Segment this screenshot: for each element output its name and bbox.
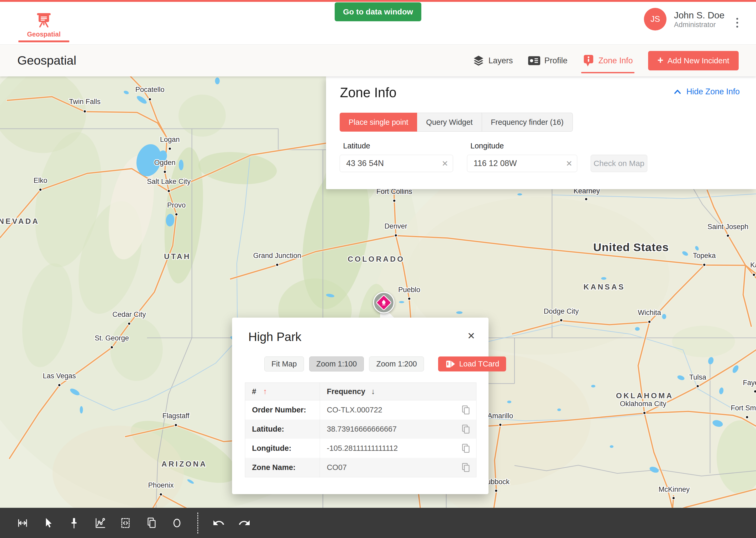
- city-label: Wichita: [638, 309, 661, 317]
- fit-map-button[interactable]: Fit Map: [264, 356, 304, 371]
- nav-zone-info[interactable]: Zone Info: [583, 45, 633, 77]
- lake: [517, 193, 522, 195]
- latitude-input[interactable]: [340, 159, 437, 168]
- user-role: Administrator: [674, 21, 725, 29]
- copy-icon[interactable]: [461, 462, 470, 473]
- sort-desc-icon[interactable]: ↓: [371, 387, 375, 396]
- sort-asc-icon[interactable]: ↑: [263, 387, 267, 396]
- tab-frequency-finder[interactable]: Frequency finder (16): [482, 113, 573, 132]
- lake: [662, 314, 666, 319]
- user-chip[interactable]: JS John S. Doe Administrator: [644, 8, 725, 30]
- col-number[interactable]: #: [252, 387, 256, 396]
- frequency-table: # ↑ Frequency ↓ Order Number: CO-TLX.000…: [245, 383, 476, 477]
- col-frequency[interactable]: Frequency: [327, 387, 365, 396]
- city-dot: [495, 489, 498, 492]
- popup-title: High Park: [248, 330, 301, 344]
- close-icon[interactable]: ✕: [464, 329, 478, 343]
- table-row: Zone Name: CO07: [245, 458, 476, 477]
- city-dot: [703, 263, 706, 266]
- city-label: Provo: [167, 201, 186, 209]
- hide-zone-info-link[interactable]: Hide Zone Info: [673, 87, 740, 96]
- city-dot: [746, 416, 749, 419]
- user-name: John S. Doe: [674, 10, 725, 21]
- city-label: Flagstaff: [162, 412, 190, 420]
- popup-buttons: Fit Map Zoom 1:100 Zoom 1:200 Load TCard: [264, 356, 506, 371]
- go-to-data-window-button[interactable]: Go to data window: [335, 2, 421, 21]
- city-dot: [39, 188, 42, 191]
- copy-icon[interactable]: [461, 405, 470, 415]
- redo-icon[interactable]: [238, 517, 251, 529]
- city-label: Las Vegas: [43, 372, 76, 380]
- tab-place-single-point[interactable]: Place single point: [340, 113, 417, 132]
- city-dot: [160, 493, 163, 496]
- city-dot: [128, 322, 131, 325]
- city-label: Cedar City: [112, 310, 146, 318]
- table-row: Order Number: CO-TLX.000722: [245, 400, 476, 419]
- copy-icon[interactable]: [461, 444, 470, 454]
- city-label: Pocatello: [135, 86, 164, 93]
- cursor-icon[interactable]: [42, 517, 55, 529]
- profile-badge-icon: [528, 56, 540, 65]
- clear-latitude-icon[interactable]: ✕: [437, 159, 453, 168]
- city-label: Saint Joseph: [707, 223, 748, 231]
- city-dot: [167, 190, 170, 192]
- city-dot: [149, 98, 152, 101]
- city-dot: [175, 213, 178, 216]
- measure-width-icon[interactable]: [16, 517, 29, 529]
- add-new-incident-button[interactable]: + Add New Incident: [648, 51, 739, 71]
- layers-icon: [473, 55, 484, 67]
- city-label: Phoenix: [148, 481, 174, 489]
- longitude-field-wrap: ✕: [467, 155, 577, 172]
- zoom-1-100-button[interactable]: Zoom 1:100: [309, 356, 364, 371]
- lake: [601, 277, 606, 280]
- top-bar: Geospatial Go to data window JS John S. …: [0, 0, 756, 45]
- flame-icon: [380, 299, 388, 306]
- table-row: Longitude: -105.28111111111112: [245, 439, 476, 458]
- city-dot: [696, 385, 699, 388]
- city-dot: [393, 199, 396, 202]
- city-label: Pueblo: [398, 286, 420, 294]
- lake: [215, 78, 220, 84]
- nav-layers[interactable]: Layers: [473, 45, 513, 77]
- tcard-icon: [445, 359, 455, 369]
- city-dot: [111, 346, 114, 349]
- nav-profile[interactable]: Profile: [528, 45, 568, 77]
- city-label: Logan: [160, 135, 179, 143]
- city-label: Topeka: [693, 252, 716, 259]
- longitude-input[interactable]: [467, 159, 561, 168]
- app-logo[interactable]: Geospatial: [19, 13, 69, 38]
- city-label: Elko: [34, 177, 48, 185]
- city-dot: [168, 147, 171, 150]
- longitude-label: Longitude: [470, 141, 504, 150]
- zoom-1-200-button[interactable]: Zoom 1:200: [369, 356, 424, 371]
- city-label: Amarillo: [488, 412, 513, 420]
- terrain-patch: [672, 326, 735, 357]
- check-on-map-button[interactable]: Check on Map: [591, 155, 647, 172]
- polyline-chart-icon[interactable]: [93, 517, 106, 529]
- kebab-menu-icon[interactable]: [732, 15, 742, 30]
- city-label: Kansas City: [750, 261, 756, 269]
- circle-icon[interactable]: [170, 517, 183, 529]
- copy-icon[interactable]: [461, 424, 470, 434]
- clear-longitude-icon[interactable]: ✕: [561, 159, 577, 168]
- undo-icon[interactable]: [213, 517, 225, 529]
- country-label: United States: [593, 241, 669, 253]
- city-dot: [643, 412, 646, 414]
- city-label: Fayetteville: [743, 379, 756, 387]
- city-dot: [648, 320, 651, 323]
- marquee-select-icon[interactable]: [119, 517, 132, 529]
- city-label: St. George: [95, 334, 129, 342]
- city-label: Fort Smith: [731, 404, 756, 412]
- terrain-patch: [178, 94, 226, 136]
- lake: [591, 385, 595, 388]
- copy-icon[interactable]: [145, 517, 158, 529]
- avatar[interactable]: JS: [644, 8, 667, 30]
- zone-info-panel: Zone Info Hide Zone Info Place single po…: [326, 77, 756, 189]
- load-tcard-button[interactable]: Load TCard: [438, 356, 506, 371]
- latitude-label: Latitude: [343, 141, 370, 150]
- incident-marker[interactable]: [373, 292, 395, 313]
- lake: [507, 401, 511, 403]
- pin-icon[interactable]: [68, 517, 80, 529]
- tab-query-widget[interactable]: Query Widget: [417, 113, 482, 132]
- toolbar-divider: [197, 512, 198, 534]
